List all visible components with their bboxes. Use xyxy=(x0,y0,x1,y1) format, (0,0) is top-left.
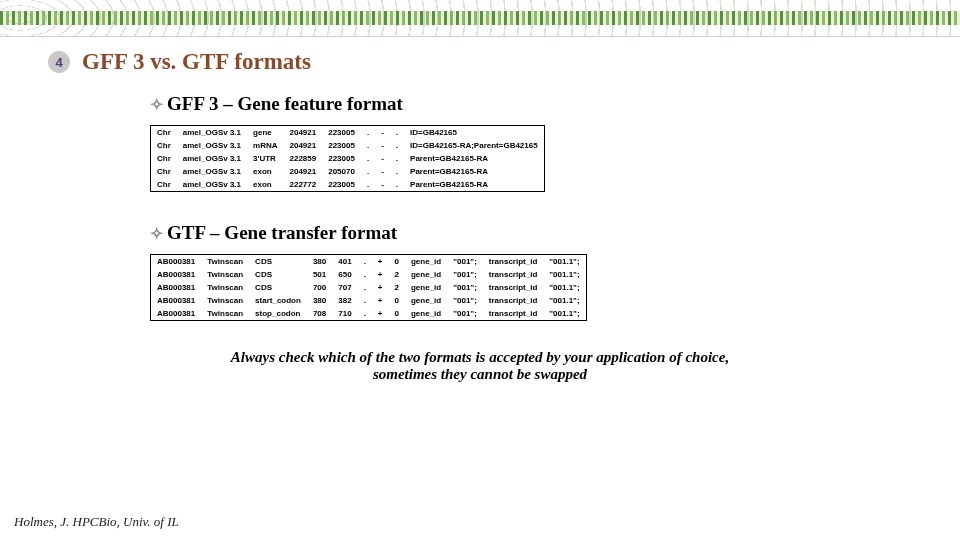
table-cell: 700 xyxy=(307,281,332,294)
table-cell: start_codon xyxy=(249,294,307,307)
gtf-table: AB000381TwinscanCDS380401.+0gene_id"001"… xyxy=(150,254,587,321)
table-cell: . xyxy=(361,165,375,178)
table-cell: amel_OGSv 3.1 xyxy=(177,126,247,140)
diamond-icon: ✧ xyxy=(150,96,163,113)
table-row: Chramel_OGSv 3.1mRNA204921223005.-. ID=G… xyxy=(151,139,545,152)
table-cell: - xyxy=(375,139,390,152)
table-row: Chramel_OGSv 3.13'UTR222859223005.-. Par… xyxy=(151,152,545,165)
table-row: Chramel_OGSv 3.1exon204921205070.-.Paren… xyxy=(151,165,545,178)
table-cell: gene_id xyxy=(405,255,447,269)
table-cell: . xyxy=(358,307,372,321)
table-cell: Parent=GB42165-RA xyxy=(404,165,544,178)
table-cell: . xyxy=(358,255,372,269)
table-cell: "001.1"; xyxy=(543,307,586,321)
table-cell: "001.1"; xyxy=(543,255,586,269)
table-row: AB000381Twinscanstart_codon380382.+0gene… xyxy=(151,294,587,307)
table-cell: transcript_id xyxy=(483,268,543,281)
table-cell: . xyxy=(358,268,372,281)
table-cell: transcript_id xyxy=(483,307,543,321)
table-cell: 0 xyxy=(389,255,405,269)
table-cell: exon xyxy=(247,178,283,192)
table-cell: AB000381 xyxy=(151,268,202,281)
table-cell: + xyxy=(372,255,389,269)
table-cell: . xyxy=(390,165,404,178)
table-cell: + xyxy=(372,268,389,281)
table-cell: 223005 xyxy=(322,139,361,152)
table-cell: - xyxy=(375,178,390,192)
table-row: Chramel_OGSv 3.1exon222772223005.-.Paren… xyxy=(151,178,545,192)
table-cell: gene_id xyxy=(405,307,447,321)
section2-label: GTF – Gene transfer format xyxy=(167,222,397,243)
table-cell: "001.1"; xyxy=(543,268,586,281)
table-cell: ID=GB42165 xyxy=(404,126,544,140)
table-cell: Twinscan xyxy=(201,307,249,321)
table-cell: mRNA xyxy=(247,139,283,152)
table-cell: "001.1"; xyxy=(543,281,586,294)
table-cell: amel_OGSv 3.1 xyxy=(177,139,247,152)
diamond-icon: ✧ xyxy=(150,225,163,242)
table-cell: Parent=GB42165-RA xyxy=(404,152,544,165)
table-cell: Parent=GB42165-RA xyxy=(404,178,544,192)
table-cell: . xyxy=(390,152,404,165)
table-cell: . xyxy=(361,126,375,140)
table-cell: 205070 xyxy=(322,165,361,178)
table-cell: + xyxy=(372,294,389,307)
table-row: AB000381Twinscanstop_codon708710.+0gene_… xyxy=(151,307,587,321)
table-cell: "001"; xyxy=(447,281,483,294)
table-cell: AB000381 xyxy=(151,307,202,321)
table-cell: 382 xyxy=(332,294,357,307)
table-cell: . xyxy=(390,178,404,192)
table-cell: Chr xyxy=(151,139,177,152)
section-number-badge: 4 xyxy=(48,51,70,73)
table-cell: "001"; xyxy=(447,307,483,321)
table-cell: . xyxy=(390,126,404,140)
table-cell: CDS xyxy=(249,268,307,281)
table-cell: + xyxy=(372,281,389,294)
table-cell: 2 xyxy=(389,281,405,294)
page-title: GFF 3 vs. GTF formats xyxy=(82,49,311,75)
table-cell: 710 xyxy=(332,307,357,321)
table-cell: "001"; xyxy=(447,268,483,281)
table-cell: . xyxy=(361,152,375,165)
section1-label: GFF 3 – Gene feature format xyxy=(167,93,403,114)
table-cell: . xyxy=(361,178,375,192)
table-cell: "001"; xyxy=(447,255,483,269)
table-cell: Chr xyxy=(151,178,177,192)
table-cell: Twinscan xyxy=(201,294,249,307)
table-cell: 204921 xyxy=(284,139,323,152)
table-cell: 2 xyxy=(389,268,405,281)
table-cell: gene xyxy=(247,126,283,140)
table-cell: "001.1"; xyxy=(543,294,586,307)
table-cell: 0 xyxy=(389,307,405,321)
table-cell: Twinscan xyxy=(201,268,249,281)
table-cell: . xyxy=(358,281,372,294)
table-cell: 650 xyxy=(332,268,357,281)
table-cell: . xyxy=(358,294,372,307)
credit: Holmes, J. HPCBio, Univ. of IL xyxy=(14,514,179,530)
dna-banner xyxy=(0,0,960,37)
section1-heading: ✧GFF 3 – Gene feature format xyxy=(150,93,960,115)
table-cell: 501 xyxy=(307,268,332,281)
table-cell: transcript_id xyxy=(483,294,543,307)
table-cell: Chr xyxy=(151,165,177,178)
table-cell: Twinscan xyxy=(201,255,249,269)
table-cell: - xyxy=(375,126,390,140)
table-cell: 223005 xyxy=(322,178,361,192)
table-cell: AB000381 xyxy=(151,281,202,294)
table-cell: gene_id xyxy=(405,294,447,307)
table-row: AB000381TwinscanCDS380401.+0gene_id"001"… xyxy=(151,255,587,269)
table-cell: gene_id xyxy=(405,268,447,281)
table-cell: 204921 xyxy=(284,165,323,178)
footer-line2: sometimes they cannot be swapped xyxy=(373,366,587,382)
footer-note: Always check which of the two formats is… xyxy=(0,349,960,383)
table-cell: - xyxy=(375,152,390,165)
table-cell: 222772 xyxy=(284,178,323,192)
table-cell: Chr xyxy=(151,152,177,165)
table-cell: 3'UTR xyxy=(247,152,283,165)
table-cell: . xyxy=(361,139,375,152)
table-cell: 222859 xyxy=(284,152,323,165)
table-cell: CDS xyxy=(249,255,307,269)
table-cell: 223005 xyxy=(322,152,361,165)
title-row: 4 GFF 3 vs. GTF formats xyxy=(0,37,960,75)
table-cell: transcript_id xyxy=(483,255,543,269)
